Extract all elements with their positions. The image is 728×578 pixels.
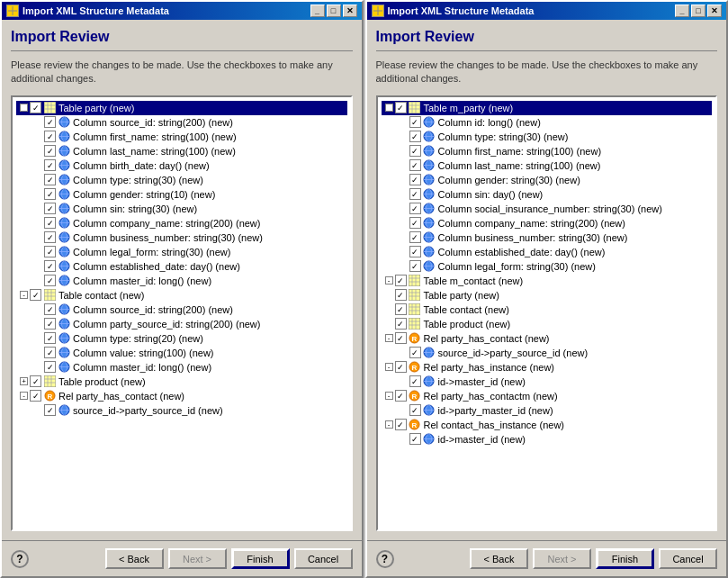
tree-item[interactable]: Column established_date: day() (new) bbox=[382, 245, 713, 259]
tree-checkbox[interactable] bbox=[409, 347, 421, 358]
tree-checkbox[interactable] bbox=[44, 303, 56, 315]
tree-checkbox[interactable] bbox=[409, 188, 421, 200]
tree-item[interactable]: - R Rel party_has_instance (new) bbox=[382, 360, 713, 375]
tree-checkbox[interactable] bbox=[44, 145, 56, 157]
tree-checkbox[interactable] bbox=[44, 347, 56, 358]
tree-checkbox[interactable] bbox=[44, 275, 56, 286]
tree-item[interactable]: Column gender: string(30) (new) bbox=[382, 173, 713, 187]
left-minimize-btn[interactable]: _ bbox=[310, 5, 325, 17]
expand-button[interactable]: - bbox=[385, 334, 393, 342]
tree-item[interactable]: Table product (new) bbox=[382, 317, 713, 331]
tree-checkbox[interactable] bbox=[395, 303, 407, 315]
tree-checkbox[interactable] bbox=[44, 203, 56, 214]
tree-item[interactable]: Table party (new) bbox=[382, 288, 713, 303]
tree-item[interactable]: Column type: string(30) (new) bbox=[16, 173, 347, 187]
expand-button[interactable]: - bbox=[20, 392, 28, 400]
tree-item[interactable]: Column business_number: string(30) (new) bbox=[382, 230, 713, 245]
tree-checkbox[interactable] bbox=[395, 390, 407, 402]
left-close-btn[interactable]: ✕ bbox=[343, 5, 357, 17]
tree-checkbox[interactable] bbox=[409, 231, 421, 243]
tree-item[interactable]: Table contact (new) bbox=[382, 303, 713, 317]
tree-checkbox[interactable] bbox=[44, 131, 56, 142]
tree-checkbox[interactable] bbox=[44, 188, 56, 200]
tree-item[interactable]: Column source_id: string(200) (new) bbox=[16, 303, 347, 317]
tree-checkbox[interactable] bbox=[395, 361, 407, 373]
tree-checkbox[interactable] bbox=[44, 174, 56, 185]
tree-checkbox[interactable] bbox=[409, 260, 421, 272]
tree-item[interactable]: Column legal_form: string(30) (new) bbox=[16, 245, 347, 259]
tree-checkbox[interactable] bbox=[44, 404, 56, 416]
tree-item[interactable]: Column established_date: day() (new) bbox=[16, 259, 347, 274]
tree-checkbox[interactable] bbox=[30, 390, 41, 402]
tree-item[interactable]: id->master_id (new) bbox=[382, 375, 713, 389]
tree-checkbox[interactable] bbox=[395, 332, 407, 344]
tree-checkbox[interactable] bbox=[409, 159, 421, 171]
tree-checkbox[interactable] bbox=[44, 231, 56, 243]
tree-item[interactable]: - R Rel party_has_contact (new) bbox=[16, 389, 347, 403]
left-next-button[interactable]: Next > bbox=[168, 548, 227, 569]
expand-button[interactable]: - bbox=[385, 363, 393, 371]
tree-item[interactable]: Column birth_date: day() (new) bbox=[16, 158, 347, 173]
tree-checkbox[interactable] bbox=[30, 375, 41, 387]
expand-button[interactable]: - bbox=[385, 276, 393, 284]
tree-item[interactable]: - Table m_party (new) bbox=[382, 101, 713, 115]
tree-checkbox[interactable] bbox=[44, 246, 56, 257]
tree-item[interactable]: source_id->party_source_id (new) bbox=[382, 346, 713, 360]
tree-item[interactable]: Column type: string(20) (new) bbox=[16, 331, 347, 346]
tree-checkbox[interactable] bbox=[409, 217, 421, 229]
tree-checkbox[interactable] bbox=[409, 203, 421, 214]
tree-checkbox[interactable] bbox=[409, 375, 421, 387]
left-tree[interactable]: - Table party (new) Column source_id: st… bbox=[11, 95, 353, 531]
tree-checkbox[interactable] bbox=[409, 116, 421, 128]
tree-item[interactable]: - Table party (new) bbox=[16, 101, 347, 115]
left-maximize-btn[interactable]: □ bbox=[327, 5, 341, 17]
expand-button[interactable]: - bbox=[20, 291, 28, 299]
tree-item[interactable]: - R Rel party_has_contactm (new) bbox=[382, 389, 713, 403]
tree-checkbox[interactable] bbox=[409, 174, 421, 185]
tree-checkbox[interactable] bbox=[30, 102, 41, 113]
expand-button[interactable]: - bbox=[385, 104, 393, 112]
tree-item[interactable]: Column value: string(100) (new) bbox=[16, 346, 347, 360]
expand-button[interactable]: - bbox=[385, 392, 393, 400]
tree-checkbox[interactable] bbox=[395, 102, 407, 113]
expand-button[interactable]: - bbox=[20, 104, 28, 112]
tree-item[interactable]: Column sin: string(30) (new) bbox=[16, 202, 347, 216]
tree-item[interactable]: - R Rel contact_has_instance (new) bbox=[382, 418, 713, 432]
tree-checkbox[interactable] bbox=[395, 419, 407, 430]
tree-checkbox[interactable] bbox=[44, 318, 56, 330]
tree-item[interactable]: Column social_insurance_number: string(3… bbox=[382, 202, 713, 216]
tree-item[interactable]: Column type: string(30) (new) bbox=[382, 130, 713, 144]
right-help-button[interactable]: ? bbox=[376, 550, 394, 568]
tree-item[interactable]: Column party_source_id: string(200) (new… bbox=[16, 317, 347, 331]
tree-item[interactable]: Column first_name: string(100) (new) bbox=[16, 130, 347, 144]
tree-item[interactable]: source_id->party_source_id (new) bbox=[16, 403, 347, 418]
tree-checkbox[interactable] bbox=[395, 289, 407, 301]
tree-checkbox[interactable] bbox=[44, 217, 56, 229]
tree-item[interactable]: Column id: long() (new) bbox=[382, 115, 713, 130]
tree-item[interactable]: id->party_master_id (new) bbox=[382, 403, 713, 418]
tree-item[interactable]: Column last_name: string(100) (new) bbox=[382, 158, 713, 173]
left-cancel-button[interactable]: Cancel bbox=[294, 548, 353, 569]
tree-item[interactable]: Column last_name: string(100) (new) bbox=[16, 144, 347, 158]
tree-checkbox[interactable] bbox=[44, 361, 56, 373]
right-next-button[interactable]: Next > bbox=[533, 548, 591, 569]
tree-checkbox[interactable] bbox=[44, 159, 56, 171]
tree-item[interactable]: + Table product (new) bbox=[16, 375, 347, 389]
tree-checkbox[interactable] bbox=[30, 289, 41, 301]
tree-checkbox[interactable] bbox=[395, 275, 407, 286]
tree-checkbox[interactable] bbox=[409, 145, 421, 157]
tree-item[interactable]: Column master_id: long() (new) bbox=[16, 274, 347, 288]
tree-checkbox[interactable] bbox=[409, 131, 421, 142]
left-help-button[interactable]: ? bbox=[11, 550, 29, 568]
tree-item[interactable]: Column master_id: long() (new) bbox=[16, 360, 347, 375]
left-finish-button[interactable]: Finish bbox=[231, 548, 290, 569]
tree-item[interactable]: Column source_id: string(200) (new) bbox=[16, 115, 347, 130]
tree-checkbox[interactable] bbox=[409, 246, 421, 257]
tree-item[interactable]: Column first_name: string(100) (new) bbox=[382, 144, 713, 158]
right-tree[interactable]: - Table m_party (new) Column id: long() … bbox=[376, 95, 718, 531]
right-close-btn[interactable]: ✕ bbox=[707, 5, 722, 17]
tree-checkbox[interactable] bbox=[395, 318, 407, 330]
expand-button[interactable]: + bbox=[20, 377, 28, 385]
tree-checkbox[interactable] bbox=[44, 116, 56, 128]
tree-item[interactable]: - Table m_contact (new) bbox=[382, 274, 713, 288]
